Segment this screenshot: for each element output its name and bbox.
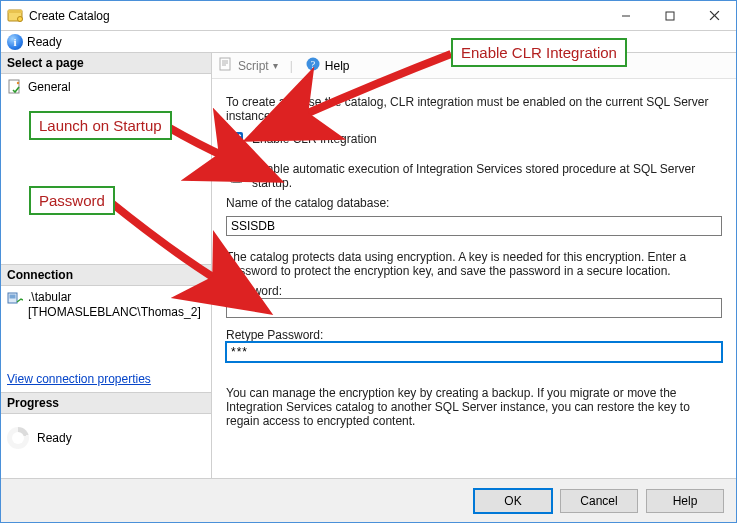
encryption-note: The catalog protects data using encrypti… bbox=[226, 250, 722, 278]
enable-clr-label: Enable CLR Integration bbox=[252, 132, 377, 146]
svg-rect-10 bbox=[10, 295, 16, 299]
password-field[interactable] bbox=[226, 298, 722, 318]
help-icon: ? bbox=[305, 56, 321, 75]
progress-header: Progress bbox=[1, 393, 211, 414]
annotation-enable-clr: Enable CLR Integration bbox=[451, 38, 627, 67]
script-dropdown[interactable]: Script ▾ bbox=[218, 56, 278, 75]
status-text: Ready bbox=[27, 35, 62, 49]
connection-server: .\tabular bbox=[28, 290, 201, 305]
maximize-button[interactable] bbox=[648, 1, 692, 30]
script-label: Script bbox=[238, 59, 269, 73]
main-panel: Script ▾ | ? Help To create and use the … bbox=[212, 53, 736, 478]
auto-exec-checkbox[interactable] bbox=[230, 170, 243, 183]
chevron-down-icon: ▾ bbox=[273, 60, 278, 71]
sidebar-item-general[interactable]: General bbox=[7, 78, 205, 96]
script-icon bbox=[218, 56, 234, 75]
button-row: OK Cancel Help bbox=[1, 478, 736, 522]
window-title: Create Catalog bbox=[29, 9, 604, 23]
server-icon bbox=[7, 290, 23, 309]
info-icon: i bbox=[7, 34, 23, 50]
dialog-window: Create Catalog i Ready Select a page bbox=[0, 0, 737, 523]
help-label: Help bbox=[325, 59, 350, 73]
enable-clr-checkbox[interactable] bbox=[230, 132, 243, 145]
svg-rect-1 bbox=[8, 10, 22, 13]
close-button[interactable] bbox=[692, 1, 736, 30]
progress-text: Ready bbox=[37, 431, 72, 445]
connection-user: [THOMASLEBLANC\Thomas_2] bbox=[28, 305, 201, 320]
progress-section: Progress Ready bbox=[1, 392, 211, 462]
view-connection-properties-link[interactable]: View connection properties bbox=[1, 366, 157, 392]
svg-rect-4 bbox=[666, 12, 674, 20]
annotation-launch-startup: Launch on Startup bbox=[29, 111, 172, 140]
retype-password-field[interactable] bbox=[226, 342, 722, 362]
catalog-name-field[interactable] bbox=[226, 216, 722, 236]
svg-point-2 bbox=[18, 16, 23, 21]
page-list: General bbox=[1, 74, 211, 264]
cancel-button[interactable]: Cancel bbox=[560, 489, 638, 513]
svg-text:?: ? bbox=[311, 59, 316, 70]
ok-button[interactable]: OK bbox=[474, 489, 552, 513]
retype-password-label: Retype Password: bbox=[226, 328, 722, 342]
intro-text: To create and use the catalog, CLR integ… bbox=[226, 95, 722, 123]
minimize-button[interactable] bbox=[604, 1, 648, 30]
progress-spinner-icon bbox=[7, 427, 29, 449]
help-dialog-button[interactable]: Help bbox=[646, 489, 724, 513]
svg-point-8 bbox=[17, 82, 19, 84]
manage-note: You can manage the encryption key by cre… bbox=[226, 386, 722, 428]
connection-section: Connection .\tabular [THOMASLEBL bbox=[1, 264, 211, 392]
help-button[interactable]: ? Help bbox=[305, 56, 350, 75]
page-icon bbox=[7, 79, 23, 95]
auto-exec-label: Enable automatic execution of Integratio… bbox=[252, 162, 722, 190]
password-label: Password: bbox=[226, 284, 722, 298]
catalog-name-label: Name of the catalog database: bbox=[226, 196, 722, 210]
content-area: To create and use the catalog, CLR integ… bbox=[212, 79, 736, 444]
sidebar-item-label: General bbox=[28, 80, 71, 94]
connection-header: Connection bbox=[1, 265, 211, 286]
select-page-header: Select a page bbox=[1, 53, 211, 74]
svg-rect-11 bbox=[220, 58, 230, 70]
annotation-password: Password bbox=[29, 186, 115, 215]
title-bar: Create Catalog bbox=[1, 1, 736, 31]
app-icon bbox=[7, 8, 23, 24]
